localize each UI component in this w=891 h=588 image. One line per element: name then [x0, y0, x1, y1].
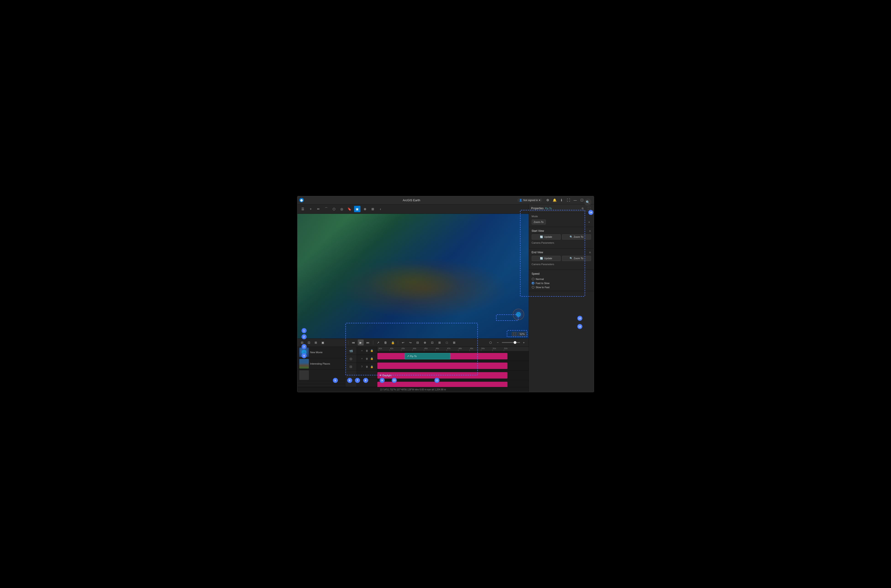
bookmark-button[interactable]: 🔖 — [346, 206, 353, 212]
ruler-mark-47: 47s — [447, 347, 458, 351]
clip-pink-2[interactable] — [377, 363, 508, 369]
grid-button[interactable]: ⊞ — [370, 206, 376, 212]
thumbnail-button[interactable]: ⊞ — [313, 339, 319, 345]
track-icon-1: 📹 — [346, 347, 356, 355]
zoom-slider[interactable] — [502, 342, 520, 343]
mode-select[interactable]: Zoom-To Fly-To — [532, 219, 546, 225]
track-lock-2[interactable]: 🔒 — [370, 357, 374, 361]
draw-button[interactable]: ✏ — [315, 206, 322, 212]
zoom-in-button[interactable]: + — [521, 339, 527, 345]
badge-6: 6 — [347, 378, 352, 383]
gray-thumbnail — [299, 370, 309, 380]
split-clip-button[interactable]: ⊡ — [430, 339, 435, 345]
layers-button[interactable]: ◎ — [338, 206, 345, 212]
movie-button[interactable]: ▣ — [354, 206, 361, 212]
clip-fly-to[interactable]: ↗ Fly-To — [405, 353, 451, 359]
redo-button[interactable]: ↪ — [407, 339, 413, 345]
badge-5: 5 — [333, 378, 338, 383]
shapes-button[interactable]: ⬡ — [331, 206, 337, 212]
share-button[interactable]: ↗ — [375, 339, 381, 345]
badge-4: 4 — [302, 353, 307, 358]
minimize-button[interactable]: — — [572, 197, 578, 203]
user-account[interactable]: 👤 Not signed in ▾ — [517, 198, 542, 202]
ruler-mark-43: 43s — [401, 347, 413, 351]
badge-13: 13 — [577, 316, 582, 321]
fast-forward-button[interactable]: ⏭ — [365, 339, 371, 345]
start-view-chevron[interactable]: ∧ — [589, 230, 591, 232]
rewind-button[interactable]: ⏮ — [350, 339, 356, 345]
lock-clip-button[interactable]: 🔒 — [390, 339, 396, 345]
detail-button[interactable]: ▣ — [320, 339, 326, 345]
delete-clip-button[interactable]: 🗑 — [383, 339, 389, 345]
start-view-zoom-button[interactable]: 🔍 Zoom To — [562, 234, 591, 240]
zoom-control: − + — [495, 339, 527, 345]
track-icon-4 — [346, 371, 356, 379]
end-view-update-button[interactable]: 🔄 Update — [532, 256, 560, 261]
zoom-out-button[interactable]: − — [495, 339, 501, 345]
map-viewport: 🌐 ⛶ 52% — [298, 214, 529, 338]
properties-title: Properties — [531, 207, 544, 210]
clip-row-1: ↗ Fly-To — [377, 351, 529, 361]
collapse-button[interactable]: ‹ — [377, 206, 384, 212]
viewport-fit-button[interactable]: ⛶ — [512, 332, 517, 336]
update-label-2: Update — [544, 257, 552, 260]
clone-button[interactable]: □ — [444, 339, 450, 345]
ruler-mark-46: 46s — [435, 347, 447, 351]
merge-button[interactable]: ⊠ — [451, 339, 457, 345]
window-title: ArcGIS Earth — [306, 198, 517, 202]
track-row-5 — [298, 384, 345, 387]
props-dock-button[interactable]: ⊕ — [580, 206, 585, 211]
split-view-button[interactable]: ⊡ — [306, 339, 312, 345]
mode-select-wrap: Zoom-To Fly-To — [532, 219, 591, 225]
track-add-2[interactable]: ＋ — [360, 357, 364, 361]
globe-compass[interactable]: 🌐 — [513, 309, 524, 320]
track-lock-1[interactable]: 🔒 — [370, 349, 374, 353]
ruler-mark-51: 51s — [493, 347, 504, 351]
clip-pink-4[interactable] — [377, 382, 508, 387]
undo-button[interactable]: ↩ — [400, 339, 406, 345]
add-button[interactable]: ＋ — [308, 206, 314, 212]
track-delete-3[interactable]: 🗑 — [365, 364, 369, 369]
properties-header: Properties Fly-To ⊕ ⛶ — [529, 204, 594, 213]
track-question-3[interactable]: ? — [360, 364, 364, 369]
track-lock-3[interactable]: 🔒 — [370, 364, 374, 369]
end-view-header: End View ∧ — [532, 251, 591, 254]
speed-fast-to-slow[interactable]: Fast to Slow — [532, 282, 591, 285]
play-button[interactable]: ▶ — [358, 339, 364, 345]
info-button[interactable]: ℹ — [559, 197, 565, 203]
track-delete-2[interactable]: 🗑 — [365, 357, 369, 361]
viewport-overlay: ⛶ 52% — [512, 332, 526, 336]
list-button[interactable]: ☰ — [300, 206, 306, 212]
export-button[interactable]: ⬡ — [488, 339, 494, 345]
measure-button[interactable]: ⌒ — [323, 206, 329, 212]
title-bar-controls: 👤 Not signed in ▾ ⚙ 🔔 ℹ ⛶ — ☐ ✕ — [517, 197, 592, 203]
zoom-label-1: Zoom To — [574, 236, 583, 238]
speed-slow-to-fast[interactable]: Slow to Fast — [532, 286, 591, 289]
expand-button[interactable]: ⛶ — [565, 197, 571, 203]
add-clip-button[interactable]: ⊕ — [422, 339, 428, 345]
ruler-mark-45: 45s — [424, 347, 435, 351]
update-icon-2: 🔄 — [540, 257, 543, 260]
speed-normal[interactable]: Normal — [532, 278, 591, 280]
track-delete-1[interactable]: 🗑 — [365, 349, 369, 353]
zoom-thumb — [514, 341, 516, 344]
end-view-buttons: 🔄 Update 🔍 Zoom To — [532, 256, 591, 261]
properties-tab[interactable]: Fly-To — [545, 207, 552, 210]
notifications-button[interactable]: 🔔 — [552, 197, 558, 203]
settings-button[interactable]: ⚙ — [545, 197, 551, 203]
end-view-chevron[interactable]: ∧ — [589, 251, 591, 254]
daylight-label: Daylight — [383, 374, 392, 377]
timeline-panel: ⊟ ⊡ ⊞ ▣ ⏮ ▶ ⏭ ↗ 🗑 🔒 ↩ ↪ ⊟ — [298, 338, 529, 392]
clip-daylight[interactable]: ☀ Daylight — [377, 372, 508, 378]
speed-slow-to-fast-label: Slow to Fast — [536, 286, 550, 289]
start-view-update-button[interactable]: 🔄 Update — [532, 234, 560, 240]
badge-7: 7 — [355, 378, 360, 383]
track-control-2: ＋ 🗑 🔒 — [357, 355, 377, 363]
crop-button[interactable]: ⊟ — [415, 339, 421, 345]
end-view-zoom-button[interactable]: 🔍 Zoom To — [562, 256, 591, 261]
badge-3: 3 — [302, 344, 307, 349]
trim-button[interactable]: ⊞ — [437, 339, 443, 345]
track-add-1[interactable]: ＋ — [360, 349, 364, 353]
globe-grid-button[interactable]: ⊕ — [362, 206, 368, 212]
coordinates-text: 21°14'51.732"N 157°48'56.128"W elev 0.00… — [380, 388, 446, 391]
